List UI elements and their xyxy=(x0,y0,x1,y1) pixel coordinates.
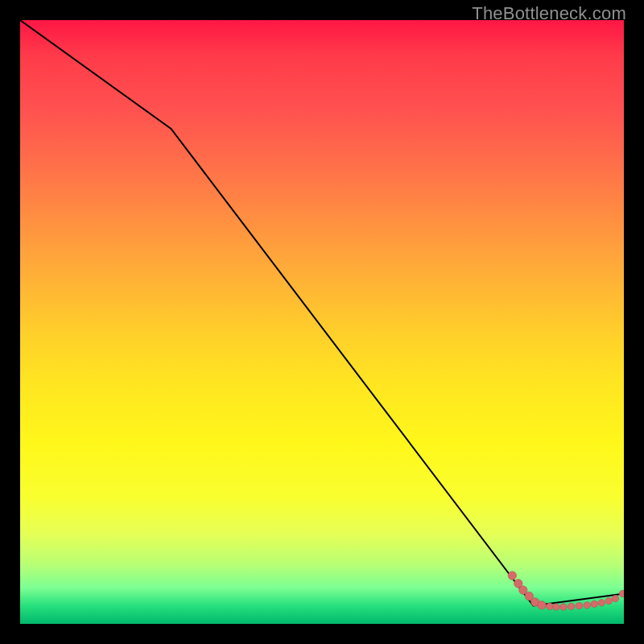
chart-frame: TheBottleneck.com xyxy=(0,0,644,644)
marker-group xyxy=(508,572,624,610)
data-point xyxy=(576,602,582,609)
data-point xyxy=(584,602,590,609)
data-point xyxy=(591,601,597,607)
data-point xyxy=(553,604,559,610)
data-point xyxy=(605,597,612,604)
data-point xyxy=(612,595,618,601)
data-point xyxy=(508,572,516,580)
data-point xyxy=(568,603,575,609)
data-point xyxy=(598,600,605,606)
bottleneck-curve xyxy=(20,20,624,606)
data-point xyxy=(547,603,553,609)
plot-area xyxy=(20,20,624,624)
chart-overlay xyxy=(20,20,624,624)
data-point xyxy=(619,590,624,597)
data-point xyxy=(560,604,567,610)
data-point xyxy=(538,601,546,609)
